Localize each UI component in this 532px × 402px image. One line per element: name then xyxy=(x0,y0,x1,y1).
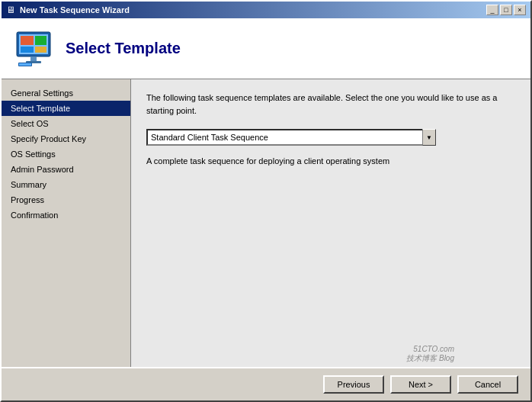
sidebar-item-general-settings[interactable]: General Settings xyxy=(2,85,130,101)
wizard-body: General Settings Select Template Select … xyxy=(2,79,530,367)
sidebar: General Settings Select Template Select … xyxy=(2,79,131,367)
title-controls: _ □ × xyxy=(486,5,526,15)
wizard-header-title: Select Template xyxy=(66,40,181,57)
minimize-button[interactable]: _ xyxy=(486,5,498,15)
sidebar-item-os-settings[interactable]: OS Settings xyxy=(2,146,130,162)
template-dropdown[interactable]: Standard Client Task Sequence Standard C… xyxy=(146,129,436,146)
sidebar-item-select-template[interactable]: Select Template xyxy=(2,101,130,116)
wizard-window: 🖥 New Task Sequence Wizard _ □ × xyxy=(0,0,532,402)
content-description: The following task sequence templates ar… xyxy=(146,92,515,117)
watermark-line1: 51CTO.com xyxy=(406,345,454,353)
next-button[interactable]: Next > xyxy=(390,375,451,394)
sidebar-item-confirmation[interactable]: Confirmation xyxy=(2,207,130,223)
wizard-computer-icon xyxy=(14,29,53,69)
svg-rect-5 xyxy=(35,47,46,53)
sidebar-item-specify-product-key[interactable]: Specify Product Key xyxy=(2,131,130,146)
template-dropdown-wrapper: Standard Client Task Sequence Standard C… xyxy=(146,129,436,146)
svg-rect-3 xyxy=(35,36,46,45)
sidebar-item-select-os[interactable]: Select OS xyxy=(2,116,130,131)
watermark-line2: 技术博客 Blog xyxy=(406,353,454,364)
title-bar: 🖥 New Task Sequence Wizard _ □ × xyxy=(2,2,530,18)
cancel-button[interactable]: Cancel xyxy=(457,375,518,394)
wizard-header: Select Template xyxy=(2,18,530,79)
close-button[interactable]: × xyxy=(514,5,526,15)
window-icon: 🖥 xyxy=(6,5,15,15)
wizard-footer: 51CTO.com 技术博客 Blog Previous Next > Canc… xyxy=(2,367,530,400)
title-bar-left: 🖥 New Task Sequence Wizard xyxy=(6,5,130,15)
sidebar-item-summary[interactable]: Summary xyxy=(2,177,130,192)
window-title: New Task Sequence Wizard xyxy=(20,5,130,14)
template-description: A complete task sequence for deploying a… xyxy=(146,155,515,168)
svg-rect-4 xyxy=(21,47,34,53)
maximize-button[interactable]: □ xyxy=(500,5,512,15)
watermark: 51CTO.com 技术博客 Blog xyxy=(406,345,454,364)
sidebar-item-progress[interactable]: Progress xyxy=(2,192,130,207)
sidebar-item-admin-password[interactable]: Admin Password xyxy=(2,162,130,177)
svg-rect-2 xyxy=(21,36,34,45)
svg-rect-6 xyxy=(30,56,37,61)
template-dropdown-container: Standard Client Task Sequence Standard C… xyxy=(146,129,515,146)
content-area: The following task sequence templates ar… xyxy=(131,79,530,367)
previous-button[interactable]: Previous xyxy=(323,375,384,394)
svg-rect-9 xyxy=(19,63,31,66)
